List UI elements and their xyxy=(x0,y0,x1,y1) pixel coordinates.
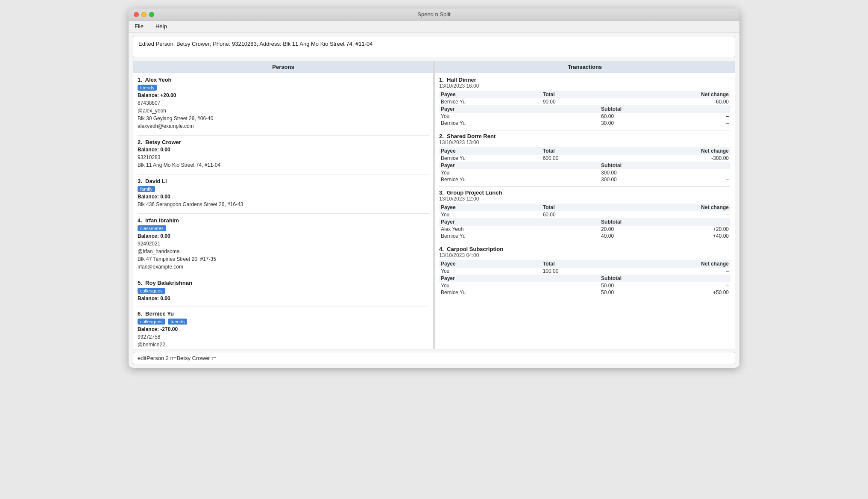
transactions-panel: Transactions 1. Hall Dinner 13/10/2023 1… xyxy=(434,61,735,349)
td-payer-1-0-net: – xyxy=(657,113,730,120)
person-6-name: 6. Bernice Yu xyxy=(138,310,429,317)
titlebar: Spend n Split xyxy=(129,9,739,21)
person-2-details: 93210283 Blk 11 Ang Mo Kio Street 74, #1… xyxy=(138,154,429,169)
person-2-balance: Balance: 0.00 xyxy=(138,147,429,153)
bottom-bar-text: editPerson 2 n=Betsy Crower t= xyxy=(138,355,216,361)
td-payer-1-1-sub: 30.00 xyxy=(599,120,657,127)
minimize-button[interactable] xyxy=(141,12,147,17)
td-payer-1-0-name: You xyxy=(439,113,541,120)
tag-friends: friends xyxy=(138,85,157,91)
maximize-button[interactable] xyxy=(149,12,154,17)
person-1-tags: friends xyxy=(138,84,429,92)
th-payee-1: Payee xyxy=(439,91,541,98)
td-payee-name-1: Bernice Yu xyxy=(439,98,541,105)
persons-header: Persons xyxy=(133,61,433,73)
transaction-4[interactable]: 4. Carpool Subscription 13/10/2023 04:00… xyxy=(439,246,730,296)
th-total-1: Total xyxy=(541,91,599,98)
transaction-4-table: Payee Total Net change You 100.00 – xyxy=(439,260,730,296)
bottom-bar[interactable]: editPerson 2 n=Betsy Crower t= xyxy=(133,352,735,364)
person-3[interactable]: 3. David Li family Balance: 0.00 Blk 436… xyxy=(138,178,429,208)
person-5-name: 5. Roy Balakrishnan xyxy=(138,280,429,286)
td-payer-1-1-name: Bernice Yu xyxy=(439,120,541,127)
transaction-2-date: 13/10/2023 13:00 xyxy=(439,139,730,145)
transaction-3-table: Payee Total Net change You 60.00 – xyxy=(439,204,730,239)
transaction-3[interactable]: 3. Group Project Lunch 13/10/2023 12:00 … xyxy=(439,189,730,239)
tag-friends-2: friends xyxy=(168,319,187,325)
person-4[interactable]: 4. Irfan Ibrahim classmates Balance: 0.0… xyxy=(138,217,429,271)
person-1[interactable]: 1. Alex Yeoh friends Balance: +20.00 874… xyxy=(138,77,429,130)
person-3-balance: Balance: 0.00 xyxy=(138,194,429,200)
transaction-1-table: Payee Total Net change Bernice Yu 90.00 … xyxy=(439,91,730,127)
person-6[interactable]: 6. Bernice Yu colleagues friends Balance… xyxy=(138,310,429,349)
transaction-1[interactable]: 1. Hall Dinner 13/10/2023 16:00 Payee To… xyxy=(439,77,730,127)
notification-bar: Edited Person: Betsy Crower; Phone: 9321… xyxy=(133,36,735,57)
main-content: Persons 1. Alex Yeoh friends Balance: +2… xyxy=(133,61,735,349)
person-3-details: Blk 436 Serangoon Gardens Street 26, #16… xyxy=(138,201,429,208)
td-payee-total-1: 90.00 xyxy=(541,98,599,105)
person-5-tags: colleagues xyxy=(138,287,429,295)
transaction-2-title: 2. Shared Dorm Rent xyxy=(439,133,730,139)
person-6-balance: Balance: -270.00 xyxy=(138,326,429,332)
menu-help[interactable]: Help xyxy=(153,22,170,30)
person-3-name: 3. David Li xyxy=(138,178,429,184)
transactions-body[interactable]: 1. Hall Dinner 13/10/2023 16:00 Payee To… xyxy=(435,73,735,349)
person-4-balance: Balance: 0.00 xyxy=(138,233,429,239)
person-4-tags: classmates xyxy=(138,225,429,232)
th-subtotal-1 xyxy=(599,91,657,98)
transaction-1-title: 1. Hall Dinner xyxy=(439,77,730,83)
window-title: Spend n Split xyxy=(417,11,450,18)
person-2-name: 2. Betsy Crower xyxy=(138,139,429,145)
person-1-details: 87438807 @alex_yeoh Blk 30 Geylang Stree… xyxy=(138,99,429,130)
transaction-4-title: 4. Carpool Subscription xyxy=(439,246,730,252)
notification-text: Edited Person: Betsy Crower; Phone: 9321… xyxy=(138,41,373,47)
th-netchange-1: Net change xyxy=(657,91,730,98)
person-6-tags: colleagues friends xyxy=(138,318,429,325)
transaction-3-title: 3. Group Project Lunch xyxy=(439,189,730,196)
transaction-4-date: 13/10/2023 04:00 xyxy=(439,252,730,258)
menubar: File Help xyxy=(129,21,739,32)
main-window: Spend n Split File Help Edited Person: B… xyxy=(129,9,739,368)
transaction-2[interactable]: 2. Shared Dorm Rent 13/10/2023 13:00 Pay… xyxy=(439,133,730,183)
tag-colleagues-2: colleagues xyxy=(138,319,165,325)
person-2[interactable]: 2. Betsy Crower Balance: 0.00 93210283 B… xyxy=(138,139,429,169)
transaction-1-date: 13/10/2023 16:00 xyxy=(439,83,730,89)
transaction-2-table: Payee Total Net change Bernice Yu 600.00… xyxy=(439,147,730,183)
menu-file[interactable]: File xyxy=(132,22,146,30)
persons-panel: Persons 1. Alex Yeoh friends Balance: +2… xyxy=(133,61,434,349)
close-button[interactable] xyxy=(134,12,139,17)
person-1-balance: Balance: +20.00 xyxy=(138,92,429,98)
transactions-header: Transactions xyxy=(435,61,735,73)
th-payer-1: Payer xyxy=(439,105,541,113)
person-5-balance: Balance: 0.00 xyxy=(138,295,429,301)
th-sub-1: Subtotal xyxy=(599,105,657,113)
transaction-3-date: 13/10/2023 12:00 xyxy=(439,196,730,202)
person-3-tags: family xyxy=(138,186,429,193)
persons-body[interactable]: 1. Alex Yeoh friends Balance: +20.00 874… xyxy=(133,73,433,349)
person-1-name: 1. Alex Yeoh xyxy=(138,77,429,83)
td-payer-1-0-sub: 60.00 xyxy=(599,113,657,120)
person-5[interactable]: 5. Roy Balakrishnan colleagues Balance: … xyxy=(138,280,429,301)
person-4-name: 4. Irfan Ibrahim xyxy=(138,217,429,224)
tag-family: family xyxy=(138,186,155,192)
tag-colleagues: colleagues xyxy=(138,288,165,294)
tag-classmates: classmates xyxy=(138,225,166,231)
td-payer-1-1-net: – xyxy=(657,120,730,127)
traffic-lights xyxy=(134,12,154,17)
td-payee-netchange-1: -60.00 xyxy=(657,98,730,105)
person-6-details: 99272758 @bernice22 berniceyu@example.co… xyxy=(138,333,429,349)
person-4-details: 92492021 @irfan_handsome Blk 47 Tampines… xyxy=(138,240,429,271)
